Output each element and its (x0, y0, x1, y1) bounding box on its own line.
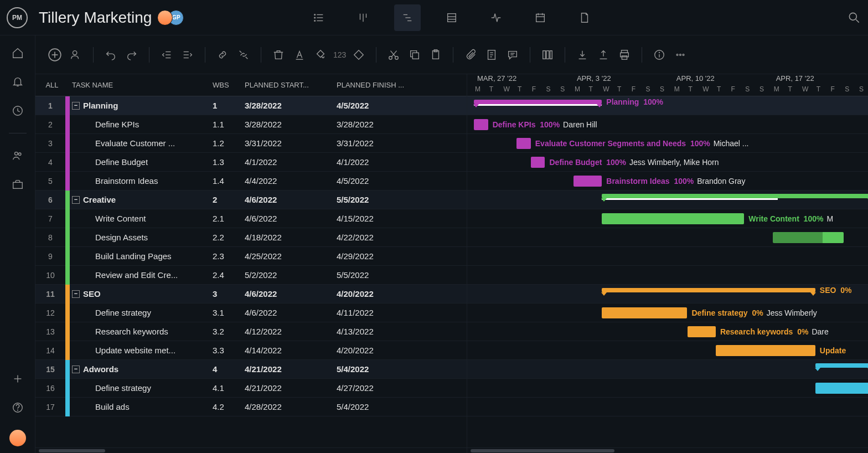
task-row[interactable]: 12Define strategy3.14/6/20224/11/2022 (35, 303, 467, 322)
collapse-icon[interactable]: − (72, 366, 80, 373)
task-row[interactable]: 16Define strategy4.14/21/20224/27/2022 (35, 379, 467, 398)
task-row[interactable]: 17Build ads4.24/28/20225/4/2022 (35, 398, 467, 416)
col-finish[interactable]: PLANNED FINISH ... (337, 81, 467, 89)
task-name-cell[interactable]: Brainstorm Ideas (70, 176, 213, 186)
gantt-summary-bar[interactable]: SEO 0% (602, 288, 815, 292)
task-name-cell[interactable]: Define strategy (70, 383, 213, 393)
task-name-cell[interactable]: Review and Edit Cre... (70, 270, 213, 280)
start-cell[interactable]: 4/28/2022 (245, 402, 337, 411)
task-name-cell[interactable]: −Creative (70, 195, 213, 204)
paste-icon[interactable] (427, 47, 444, 63)
task-row[interactable]: 1−Planning13/28/20224/5/2022 (35, 96, 467, 115)
view-gantt-icon[interactable] (394, 4, 421, 31)
task-name-cell[interactable]: Update website met... (70, 346, 213, 355)
add-icon[interactable] (11, 372, 24, 385)
app-logo[interactable]: PM (7, 7, 28, 28)
task-row[interactable]: 3Evaluate Customer ...1.23/31/20223/31/2… (35, 134, 467, 153)
gantt-h-scroll[interactable] (467, 447, 868, 453)
start-cell[interactable]: 4/6/2022 (245, 289, 337, 298)
finish-cell[interactable]: 5/5/2022 (337, 270, 467, 280)
view-list-icon[interactable] (306, 4, 332, 31)
finish-cell[interactable]: 4/22/2022 (337, 233, 467, 242)
finish-cell[interactable]: 4/13/2022 (337, 327, 467, 336)
finish-cell[interactable]: 4/1/2022 (337, 157, 467, 167)
comment-icon[interactable] (504, 47, 521, 63)
start-cell[interactable]: 4/6/2022 (245, 214, 337, 223)
member-avatars[interactable]: GP (162, 10, 184, 25)
task-row[interactable]: 7Write Content2.14/6/20224/15/2022 (35, 209, 467, 228)
task-row[interactable]: 9Build Landing Pages2.34/25/20224/29/202… (35, 247, 467, 266)
task-row[interactable]: 13Research keywords3.24/12/20224/13/2022 (35, 322, 467, 341)
view-board-icon[interactable] (350, 4, 376, 31)
copy-icon[interactable] (406, 47, 423, 63)
finish-cell[interactable]: 3/31/2022 (337, 138, 467, 148)
briefcase-icon[interactable] (11, 178, 24, 191)
gantt-task-bar[interactable]: Define strategy 0%Jess Wimberly (602, 307, 687, 318)
notes-icon[interactable] (483, 47, 500, 63)
export-icon[interactable] (595, 47, 612, 63)
gantt-task-bar[interactable]: Evaluate Customer Segments and Needs 100… (516, 138, 531, 149)
collapse-icon[interactable]: − (72, 102, 80, 110)
start-cell[interactable]: 3/28/2022 (245, 101, 337, 110)
more-icon[interactable] (672, 47, 689, 63)
task-row[interactable]: 15−Adwords44/21/20225/4/2022 (35, 360, 467, 379)
start-cell[interactable]: 4/21/2022 (245, 364, 337, 374)
task-name-cell[interactable]: Define Budget (70, 157, 213, 167)
link-icon[interactable] (214, 47, 231, 63)
task-name-cell[interactable]: Evaluate Customer ... (70, 138, 213, 148)
collapse-icon[interactable]: − (72, 196, 80, 204)
col-wbs[interactable]: WBS (213, 81, 245, 89)
indent-icon[interactable] (179, 47, 196, 63)
task-name-cell[interactable]: −SEO (70, 289, 213, 298)
gantt-summary-bar[interactable] (602, 194, 868, 198)
search-icon[interactable] (847, 11, 861, 25)
columns-icon[interactable] (539, 47, 556, 63)
col-start[interactable]: PLANNED START... (245, 81, 337, 89)
finish-cell[interactable]: 4/27/2022 (337, 383, 467, 393)
finish-cell[interactable]: 5/4/2022 (337, 402, 467, 411)
cut-icon[interactable] (385, 47, 402, 63)
start-cell[interactable]: 4/18/2022 (245, 233, 337, 242)
view-sheet-icon[interactable] (438, 4, 465, 31)
home-icon[interactable] (11, 47, 24, 60)
collapse-icon[interactable]: − (72, 290, 80, 298)
start-cell[interactable]: 5/2/2022 (245, 270, 337, 280)
add-user-icon[interactable] (68, 47, 84, 63)
user-avatar[interactable] (9, 430, 26, 446)
view-file-icon[interactable] (571, 4, 598, 31)
start-cell[interactable]: 3/31/2022 (245, 138, 337, 148)
outdent-icon[interactable] (158, 47, 175, 63)
gantt-summary-bar[interactable]: Planning 100% (474, 100, 602, 104)
task-name-cell[interactable]: Build ads (70, 402, 213, 411)
task-row[interactable]: 10Review and Edit Cre...2.45/2/20225/5/2… (35, 266, 467, 285)
task-row[interactable]: 14Update website met...3.34/14/20224/20/… (35, 341, 467, 360)
gantt-task-bar[interactable]: Define KPIs 100%Daren Hill (474, 119, 488, 130)
task-row[interactable]: 11−SEO34/6/20224/20/2022 (35, 285, 467, 303)
task-name-cell[interactable]: Define KPIs (70, 120, 213, 129)
task-row[interactable]: 5Brainstorm Ideas1.44/4/20224/5/2022 (35, 172, 467, 191)
task-name-cell[interactable]: −Planning (70, 101, 213, 110)
finish-cell[interactable]: 4/20/2022 (337, 289, 467, 298)
task-name-cell[interactable]: −Adwords (70, 364, 213, 374)
finish-cell[interactable]: 4/15/2022 (337, 214, 467, 223)
unlink-icon[interactable] (235, 47, 252, 63)
task-name-cell[interactable]: Research keywords (70, 327, 213, 336)
start-cell[interactable]: 4/6/2022 (245, 308, 337, 317)
import-icon[interactable] (574, 47, 591, 63)
finish-cell[interactable]: 4/5/2022 (337, 176, 467, 186)
team-icon[interactable] (11, 149, 24, 162)
start-cell[interactable]: 4/21/2022 (245, 383, 337, 393)
task-name-cell[interactable]: Build Landing Pages (70, 251, 213, 261)
gantt-task-bar[interactable]: Update (716, 345, 815, 356)
undo-icon[interactable] (102, 47, 119, 63)
avatar-1[interactable] (157, 10, 173, 25)
view-calendar-icon[interactable] (527, 4, 554, 31)
grid-h-scroll[interactable] (35, 447, 467, 453)
gantt-summary-bar[interactable] (815, 363, 868, 368)
gantt-task-bar[interactable]: Brainstorm Ideas 100%Brandon Gray (574, 176, 602, 187)
clock-icon[interactable] (11, 104, 24, 117)
start-cell[interactable]: 4/6/2022 (245, 195, 337, 204)
fill-color-icon[interactable] (312, 47, 329, 63)
delete-icon[interactable] (270, 47, 287, 63)
finish-cell[interactable]: 4/20/2022 (337, 346, 467, 355)
